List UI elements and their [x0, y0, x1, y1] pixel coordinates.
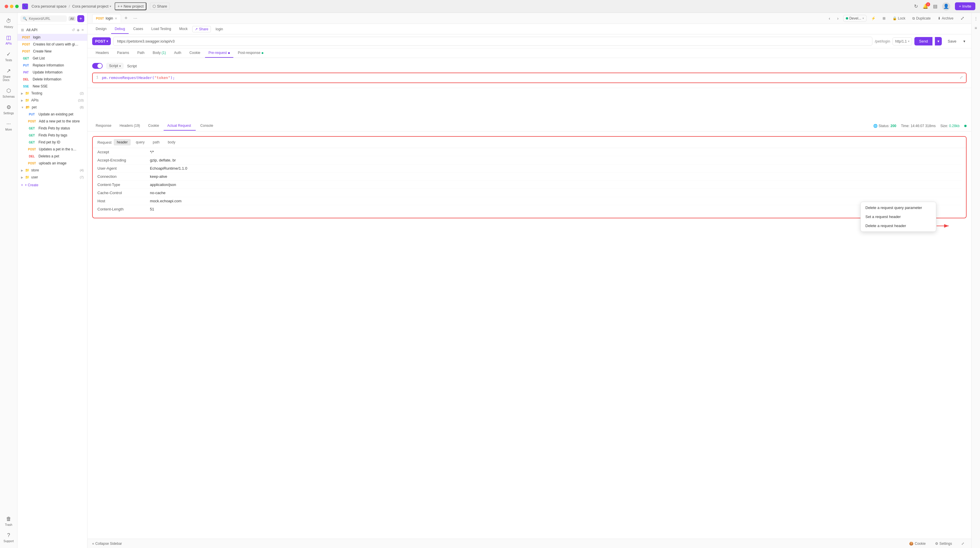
environment-select[interactable]: Devel... ▾: [843, 15, 867, 22]
tab-headers[interactable]: Headers: [92, 48, 112, 58]
ctx-delete-query-param[interactable]: Delete a request query parameter: [861, 203, 936, 212]
tab-mock[interactable]: Mock: [176, 24, 191, 34]
minimize-button[interactable]: [10, 5, 13, 8]
refresh-icon[interactable]: ↻: [914, 3, 918, 9]
sidebar-item-trash[interactable]: 🗑 Trash: [1, 513, 16, 529]
api-item-delete-info[interactable]: DEL Delete Information: [18, 76, 87, 83]
expand-bottom-icon[interactable]: ⤢: [959, 541, 967, 546]
subtab-query[interactable]: query: [133, 139, 148, 145]
ctx-set-request-header[interactable]: Set a request header: [861, 212, 936, 221]
more-list-icon[interactable]: ≡: [81, 28, 84, 32]
api-item-sse[interactable]: SSE New SSE: [18, 83, 87, 90]
api-item-replace-info[interactable]: PUT Replace Information: [18, 62, 87, 69]
lock-button[interactable]: 🔒 Lock: [890, 16, 908, 21]
sidebar-item-apis[interactable]: ◫ APIs: [1, 32, 16, 48]
right-icon-1[interactable]: ⋮: [972, 15, 979, 22]
api-item-add-pet[interactable]: POST Add a new pet to the store: [18, 118, 87, 125]
method-select[interactable]: POST ▾: [92, 37, 111, 45]
folder-store[interactable]: ▶ 📁 store (4): [18, 167, 87, 174]
refresh-list-icon[interactable]: ↺: [72, 28, 75, 32]
notification-icon[interactable]: 🔔 2: [923, 3, 928, 9]
archive-button[interactable]: ⬇ Archive: [935, 16, 956, 21]
avatar[interactable]: 👤: [942, 2, 950, 11]
ctx-delete-request-header[interactable]: Delete a request header: [861, 221, 936, 230]
save-dropdown-button[interactable]: ▾: [962, 37, 967, 46]
api-item-finds-by-tags[interactable]: GET Finds Pets by tags: [18, 132, 87, 139]
create-button[interactable]: + + Create: [18, 181, 87, 189]
api-item-update-pet[interactable]: PUT Update an existing pet: [18, 111, 87, 118]
sidebar-item-settings[interactable]: ⚙ Settings: [1, 101, 16, 118]
resp-tab-cookie[interactable]: Cookie: [145, 121, 162, 130]
tab-pre-request[interactable]: Pre-request: [205, 48, 233, 58]
tab-auth[interactable]: Auth: [171, 48, 185, 58]
duplicate-button[interactable]: ⧉ Duplicate: [910, 16, 933, 21]
tab-params[interactable]: Params: [113, 48, 132, 58]
api-item-get-list[interactable]: GET Get List: [18, 55, 87, 62]
settings-tab-icon[interactable]: ⚡: [869, 16, 878, 21]
subtab-header[interactable]: header: [114, 139, 130, 145]
script-type-select[interactable]: Script ▾: [106, 63, 124, 69]
layout-tab-icon[interactable]: ⊞: [880, 16, 888, 21]
layout-icon[interactable]: ▤: [933, 3, 937, 9]
subtab-path[interactable]: path: [150, 139, 162, 145]
search-input[interactable]: [29, 17, 64, 21]
folder-pet[interactable]: ▼ 📂 pet (8): [18, 104, 87, 111]
close-button[interactable]: [5, 5, 8, 8]
folder-testing[interactable]: ▶ 📁 Testing (2): [18, 90, 87, 97]
settings-bottom-button[interactable]: ⚙ Settings: [933, 541, 955, 546]
sidebar-item-history[interactable]: ⏱ History: [1, 15, 16, 32]
next-tab-button[interactable]: ›: [835, 15, 841, 22]
api-item-finds-by-status[interactable]: GET Finds Pets by status: [18, 125, 87, 132]
tab-share[interactable]: ↗ Share: [192, 26, 211, 32]
prev-tab-button[interactable]: ‹: [827, 15, 833, 22]
api-item-deletes-pet[interactable]: DEL Deletes a pet: [18, 153, 87, 160]
maximize-button[interactable]: [15, 5, 19, 8]
share-button[interactable]: ⬡ Share: [150, 3, 170, 10]
sidebar-item-tests[interactable]: ✓ Tests: [1, 48, 16, 65]
sidebar-item-more[interactable]: ··· More: [1, 118, 16, 134]
expand-button[interactable]: ⤢: [958, 14, 967, 22]
send-button[interactable]: Send: [915, 37, 932, 46]
tab-add-button[interactable]: +: [122, 15, 130, 21]
resp-tab-response[interactable]: Response: [92, 121, 115, 130]
api-item-upload-image[interactable]: POST uploads an image: [18, 160, 87, 167]
api-item-login[interactable]: POST login: [18, 34, 87, 41]
project-name[interactable]: Cora personal project ▾: [72, 4, 111, 8]
api-item-create-new[interactable]: POST Create New: [18, 48, 87, 55]
folder-user[interactable]: ▶ 📁 user (7): [18, 174, 87, 181]
subtab-body[interactable]: body: [165, 139, 178, 145]
api-item-creates-users[interactable]: POST Creates list of users with give...: [18, 41, 87, 48]
protocol-select[interactable]: http/1.1 ▾: [892, 37, 912, 46]
script-toggle[interactable]: [92, 63, 103, 69]
tab-cases[interactable]: Cases: [130, 24, 147, 34]
expand-editor-icon[interactable]: ⤢: [959, 75, 963, 80]
save-button[interactable]: Save: [944, 37, 960, 46]
code-editor[interactable]: 1 pm.removeRequestHeader("token"); ⤢: [92, 73, 967, 83]
resp-tab-actual-request[interactable]: Actual Request: [164, 121, 196, 130]
sidebar-item-share-docs[interactable]: ↗ Share Docs: [1, 65, 16, 84]
api-item-updates-pet-store[interactable]: POST Updates a pet in the store...: [18, 146, 87, 153]
new-project-button[interactable]: + + New project: [115, 2, 146, 10]
tab-more-button[interactable]: ···: [131, 16, 139, 21]
tab-close-icon[interactable]: ×: [115, 16, 117, 21]
invite-button[interactable]: + Invite: [955, 2, 975, 10]
tab-debug[interactable]: Debug: [111, 24, 128, 34]
api-item-update-info[interactable]: PAT Update Information: [18, 69, 87, 76]
resp-tab-console[interactable]: Console: [197, 121, 217, 130]
sidebar-item-support[interactable]: ? Support: [1, 529, 16, 546]
sidebar-item-schemas[interactable]: ⬡ Schemas: [1, 84, 16, 101]
resp-tab-headers[interactable]: Headers (19): [116, 121, 143, 130]
right-icon-2[interactable]: ≡: [972, 24, 979, 32]
all-api-row[interactable]: ⊞ All API ↺ ◈ ≡: [18, 26, 87, 34]
tab-cookie[interactable]: Cookie: [186, 48, 204, 58]
collapse-sidebar-button[interactable]: « Collapse Sidebar: [92, 542, 122, 546]
filter-badge[interactable]: All: [68, 16, 76, 21]
tab-path[interactable]: Path: [134, 48, 148, 58]
url-input[interactable]: [113, 37, 872, 46]
add-api-button[interactable]: +: [77, 15, 84, 22]
tab-load-testing[interactable]: Load Testing: [148, 24, 175, 34]
tab-body[interactable]: Body (1): [149, 48, 169, 58]
search-input-wrap[interactable]: 🔍: [21, 16, 67, 22]
api-item-find-by-id[interactable]: GET Find pet by ID: [18, 139, 87, 146]
tab-design[interactable]: Design: [92, 24, 110, 34]
